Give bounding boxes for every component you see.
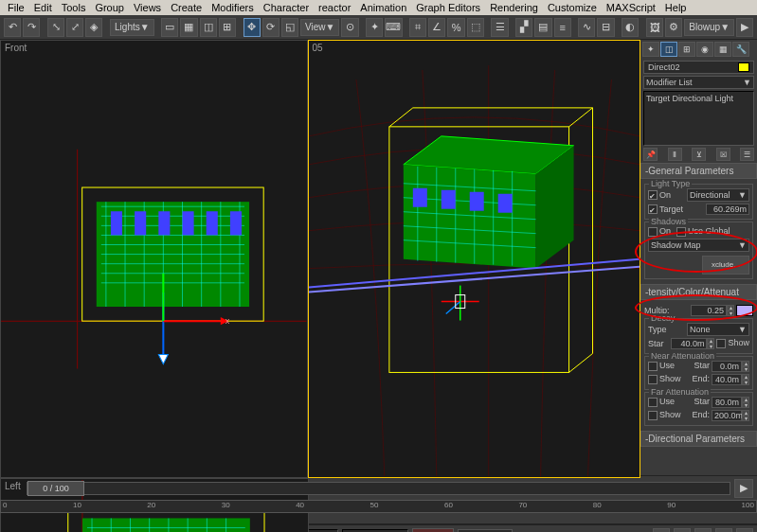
utilities-tab[interactable]: 🔧 (732, 42, 749, 57)
menu-animation[interactable]: Animation (356, 1, 410, 14)
multiplier-spinner[interactable]: 0.25 ▴▾ (691, 305, 734, 316)
play-button[interactable]: ▶ (694, 528, 712, 533)
object-color-swatch[interactable] (738, 62, 749, 72)
curve-editor-button[interactable]: ∿ (578, 18, 595, 37)
render-type-dropdown[interactable]: Blowup ▼ (684, 19, 734, 36)
pivot-button[interactable]: ⊙ (341, 18, 358, 37)
modify-tab[interactable]: ◫ (660, 42, 677, 57)
link-button[interactable]: ⤡ (47, 18, 64, 37)
shadows-on-checkbox[interactable] (648, 227, 658, 237)
menu-views[interactable]: Views (130, 1, 165, 14)
bind-button[interactable]: ◈ (85, 18, 102, 37)
viewport-label-persp: 05 (313, 43, 323, 53)
exclude-button[interactable]: xclude... (702, 256, 749, 275)
near-start-spinner[interactable]: 0.0m▴▾ (712, 361, 749, 372)
near-end-spinner[interactable]: 40.0m▴▾ (712, 374, 749, 385)
shadow-type-dropdown[interactable]: Shadow Map▼ (648, 239, 749, 252)
coord-system-dropdown[interactable]: View ▼ (300, 19, 339, 36)
far-use-checkbox[interactable] (648, 398, 658, 407)
object-name-field[interactable]: Direct02 (643, 61, 754, 74)
far-start-spinner[interactable]: 80.0m▴▾ (712, 397, 749, 408)
decay-start-spinner[interactable]: 40.0m▴▾ (671, 338, 714, 349)
use-global-checkbox[interactable] (676, 227, 686, 237)
time-thumb[interactable]: 0 / 100 (27, 481, 84, 496)
percent-snap-button[interactable]: % (447, 18, 464, 37)
named-selection-button[interactable]: ☰ (491, 18, 508, 37)
far-show-checkbox[interactable] (648, 411, 658, 420)
render-scene-button[interactable]: 🖼 (646, 18, 663, 37)
prev-frame-button[interactable]: ◀ (674, 528, 691, 533)
keyboard-shortcut-button[interactable]: ⌨ (385, 18, 402, 37)
select-name-button[interactable]: ▦ (180, 18, 197, 37)
modifier-list-dropdown[interactable]: Modifier List▼ (643, 76, 754, 89)
create-tab[interactable]: ✦ (642, 42, 659, 57)
time-slider[interactable]: 0 / 100 (27, 482, 730, 495)
mirror-button[interactable]: ▞ (515, 18, 532, 37)
motion-tab[interactable]: ◉ (696, 42, 713, 57)
manipulate-button[interactable]: ✦ (366, 18, 383, 37)
menu-file[interactable]: File (4, 1, 28, 14)
next-frame-button[interactable]: ▶ (715, 528, 732, 533)
redo-button[interactable]: ↷ (23, 18, 40, 37)
decay-type-dropdown[interactable]: None▼ (687, 323, 749, 336)
menu-graph-editors[interactable]: Graph Editors (412, 1, 484, 14)
angle-snap-button[interactable]: ∠ (428, 18, 445, 37)
menu-character[interactable]: Character (260, 1, 313, 14)
selection-filter-dropdown[interactable]: Lights ▼ (110, 19, 154, 36)
time-ruler[interactable]: 01020 304050 607080 90100 (0, 500, 757, 513)
configure-sets-button[interactable]: ☰ (740, 148, 754, 161)
menu-rendering[interactable]: Rendering (486, 1, 542, 14)
snap-button[interactable]: ⌗ (409, 18, 426, 37)
general-parameters-rollout[interactable]: - General Parameters (640, 163, 757, 179)
viewport-perspective[interactable]: 05 (308, 40, 640, 478)
render-button[interactable]: ▶ (736, 18, 753, 37)
remove-modifier-button[interactable]: ☒ (716, 148, 730, 161)
light-on-checkbox[interactable] (648, 190, 658, 200)
menu-create[interactable]: Create (167, 1, 206, 14)
make-unique-button[interactable]: ⊻ (692, 148, 706, 161)
layers-button[interactable]: ≡ (554, 18, 571, 37)
quick-render-button[interactable]: ⚙ (665, 18, 682, 37)
select-rotate-button[interactable]: ⟳ (262, 18, 279, 37)
goto-start-button[interactable]: ⏮ (653, 528, 670, 533)
select-region-button[interactable]: ◫ (200, 18, 217, 37)
decay-show-checkbox[interactable] (716, 339, 726, 348)
schematic-button[interactable]: ⊟ (597, 18, 614, 37)
undo-button[interactable]: ↶ (4, 18, 21, 37)
light-color-swatch[interactable] (736, 305, 753, 316)
spinner-snap-button[interactable]: ⬚ (467, 18, 484, 37)
select-button[interactable]: ▭ (161, 18, 178, 37)
key-mode-dropdown[interactable]: Selected▼ (458, 529, 513, 533)
targeted-checkbox[interactable] (648, 204, 658, 214)
directional-parameters-rollout[interactable]: - Directional Parameters (640, 431, 757, 447)
near-show-checkbox[interactable] (648, 375, 658, 384)
window-crossing-button[interactable]: ⊞ (219, 18, 236, 37)
menu-edit[interactable]: Edit (30, 1, 56, 14)
select-scale-button[interactable]: ◱ (281, 18, 298, 37)
display-tab[interactable]: ▦ (714, 42, 731, 57)
far-end-spinner[interactable]: 200.0m▴▾ (712, 410, 749, 421)
show-end-result-button[interactable]: Ⅱ (668, 148, 682, 161)
menu-reactor[interactable]: reactor (315, 1, 354, 14)
time-fwd-button[interactable]: ▶ (734, 479, 753, 498)
modifier-stack[interactable]: Target Directional Light (643, 91, 754, 146)
light-type-dropdown[interactable]: Directional▼ (687, 188, 749, 202)
menu-maxscript[interactable]: MAXScript (603, 1, 659, 14)
menu-group[interactable]: Group (91, 1, 128, 14)
menu-customize[interactable]: Customize (544, 1, 601, 14)
near-use-checkbox[interactable] (648, 362, 658, 371)
intensity-rollout[interactable]: - tensity/Color/Attenuat (640, 284, 757, 300)
viewport-front[interactable]: Front (0, 40, 308, 478)
material-editor-button[interactable]: ◐ (622, 18, 639, 37)
menu-modifiers[interactable]: Modifiers (207, 1, 258, 14)
pin-stack-button[interactable]: 📌 (643, 148, 658, 161)
goto-end-button[interactable]: ⏭ (736, 528, 753, 533)
menu-help[interactable]: Help (661, 1, 691, 14)
menu-tools[interactable]: Tools (58, 1, 90, 14)
align-button[interactable]: ▤ (534, 18, 551, 37)
select-move-button[interactable]: ✥ (243, 18, 261, 37)
auto-key-button[interactable]: uto Key (412, 528, 454, 533)
far-atten-label: Far Attenuation (649, 387, 711, 397)
hierarchy-tab[interactable]: ⊞ (678, 42, 695, 57)
unlink-button[interactable]: ⤢ (66, 18, 83, 37)
